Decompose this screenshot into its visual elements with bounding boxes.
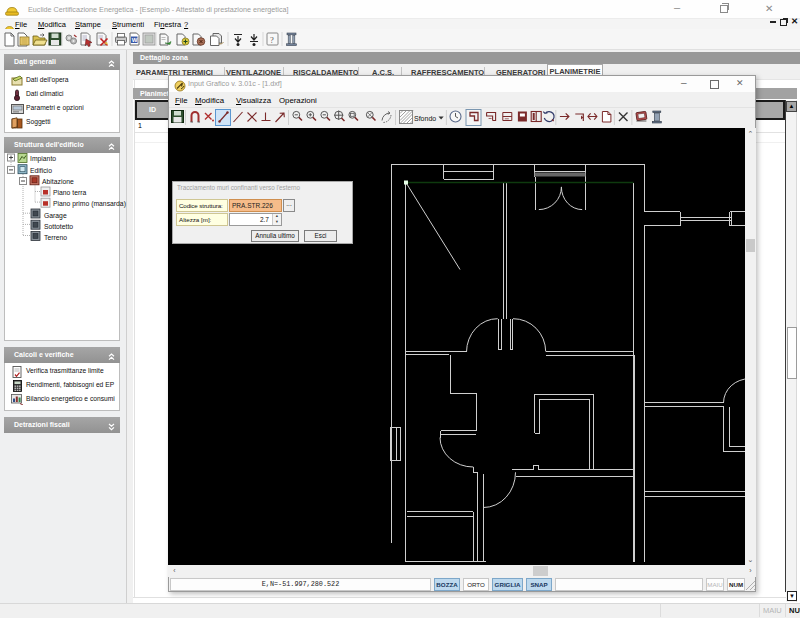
svg-text:Sottotetto: Sottotetto bbox=[44, 223, 73, 230]
svg-text:Piano primo (mansarda): Piano primo (mansarda) bbox=[53, 200, 126, 208]
svg-text:Edificio: Edificio bbox=[30, 167, 52, 174]
svg-text:W: W bbox=[132, 37, 138, 43]
svg-text:Impianto: Impianto bbox=[30, 155, 56, 163]
svg-text:Terreno: Terreno bbox=[44, 234, 67, 241]
svg-text:Piano terra: Piano terra bbox=[53, 189, 86, 196]
svg-text:Garage: Garage bbox=[44, 212, 67, 220]
svg-text:Sfondo: Sfondo bbox=[414, 115, 436, 122]
svg-text:Abitazione: Abitazione bbox=[42, 178, 74, 185]
svg-text:?: ? bbox=[270, 35, 274, 45]
